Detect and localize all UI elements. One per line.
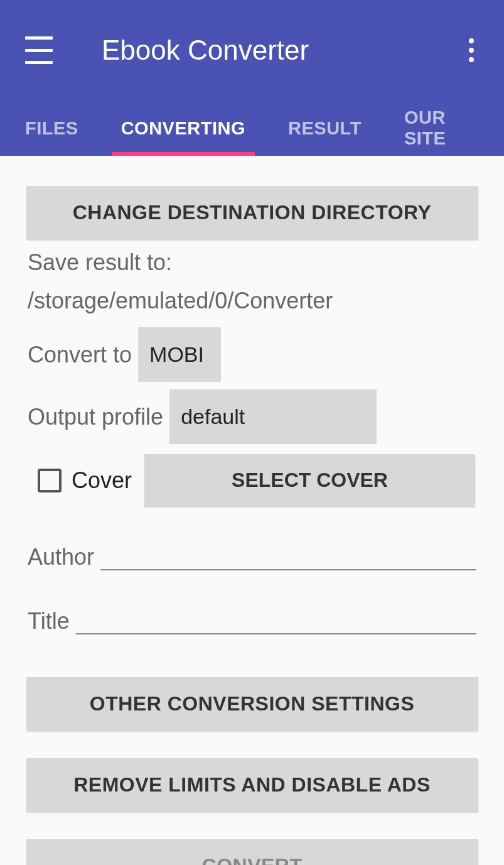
overflow-menu-icon[interactable] (459, 38, 484, 63)
other-settings-button[interactable]: OTHER CONVERSION SETTINGS (26, 677, 478, 731)
author-input[interactable] (100, 540, 476, 570)
author-label: Author (28, 544, 94, 570)
tab-our-site[interactable]: OUR SITE (404, 101, 479, 156)
change-destination-button[interactable]: CHANGE DESTINATION DIRECTORY (26, 186, 478, 239)
tab-files[interactable]: FILES (25, 101, 78, 156)
cover-checkbox-label: Cover (72, 467, 132, 494)
tab-result[interactable]: RESULT (288, 101, 362, 156)
title-input[interactable] (76, 604, 476, 634)
remove-limits-button[interactable]: REMOVE LIMITS AND DISABLE ADS (26, 758, 478, 812)
hamburger-menu-icon[interactable] (25, 36, 53, 64)
title-label: Title (28, 608, 70, 634)
tab-bar: FILES CONVERTING RESULT OUR SITE (0, 101, 504, 156)
select-cover-button[interactable]: SELECT COVER (144, 454, 475, 506)
app-title: Ebook Converter (102, 35, 459, 66)
tab-converting[interactable]: CONVERTING (121, 101, 245, 156)
cover-checkbox[interactable] (38, 469, 62, 492)
convert-button[interactable]: CONVERT (26, 839, 478, 865)
save-path-text: Save result to: /storage/emulated/0/Conv… (28, 249, 333, 313)
convert-to-label: Convert to (28, 342, 132, 368)
output-profile-label: Output profile (28, 404, 163, 430)
output-profile-select[interactable]: default (169, 389, 377, 444)
convert-to-select[interactable]: MOBI (138, 327, 221, 382)
